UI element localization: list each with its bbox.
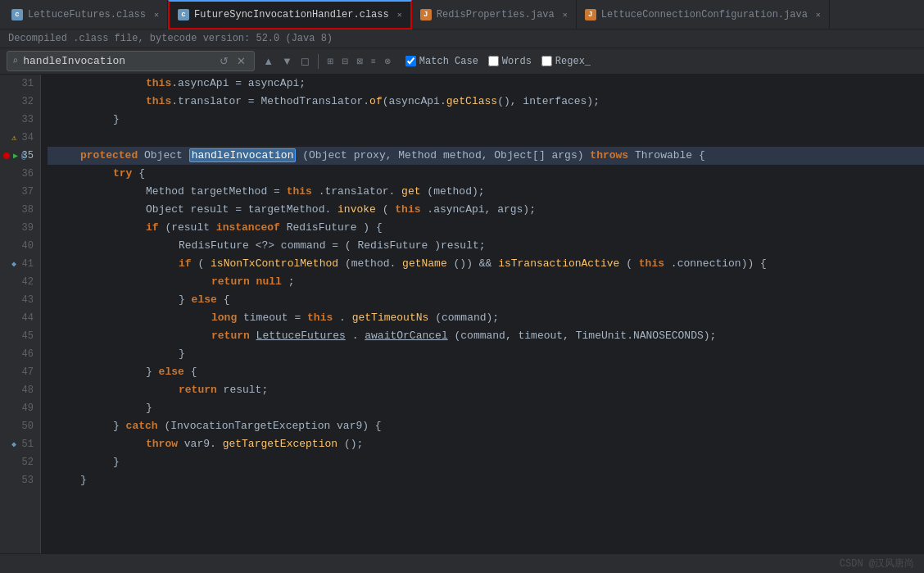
nav-filter4[interactable]: ≡: [368, 55, 379, 67]
nav-filter1[interactable]: ⊞: [324, 55, 337, 67]
code-line-47: } else {: [48, 363, 924, 381]
regex-option[interactable]: Regex_: [541, 56, 591, 67]
breakpoint-35: [3, 152, 10, 159]
gutter-50: 50: [0, 417, 40, 435]
search-bar: ⌕ ↺ ✕ ▲ ▼ ◻ ⊞ ⊟ ⊠ ≡ ⊗ Match Case Words R…: [0, 48, 924, 75]
code-line-43: } else {: [48, 291, 924, 309]
gutter-51: ◆ 51: [0, 435, 40, 453]
search-divider1: [318, 54, 319, 69]
tab-redisproperties-label: RedisProperties.java: [437, 9, 555, 20]
tab-futuresyncinvocationhandler-close[interactable]: ✕: [397, 10, 402, 20]
code-line-35: protected Object handleInvocation (Objec…: [48, 147, 924, 165]
tab-redisproperties-close[interactable]: ✕: [563, 10, 568, 20]
code-line-40: RedisFuture <?> command = ( RedisFuture …: [48, 237, 924, 255]
code-line-46: }: [48, 345, 924, 363]
code-line-38: Object result = targetMethod. invoke ( t…: [48, 201, 924, 219]
tab-lettuceconnection-close[interactable]: ✕: [816, 10, 821, 20]
search-actions: ↺ ✕: [216, 53, 249, 69]
nav-filter2[interactable]: ⊟: [338, 55, 351, 67]
code-line-48: return result;: [48, 381, 924, 399]
gutter-44: 44: [0, 309, 40, 327]
tab-class-icon2: c: [178, 9, 189, 20]
tab-lettuceconnection[interactable]: J LettuceConnectionConfiguration.java ✕: [577, 0, 830, 30]
code-content[interactable]: this.asyncApi = asyncApi; this.translato…: [41, 75, 924, 554]
words-checkbox[interactable]: [488, 56, 499, 66]
gutter-52: 52: [0, 453, 40, 471]
code-line-42: return null ;: [48, 273, 924, 291]
bookmark-icon-35: @: [21, 152, 26, 161]
code-line-51: throw var9. getTargetException ();: [48, 435, 924, 453]
status-bar: CSDN @汉风唐尚: [0, 553, 924, 573]
code-area: 31 32 33 ⚠ 34 ▶ @ 35 36 37 38 39 40 ◆ 41…: [0, 75, 924, 554]
code-line-44: long timeout = this . getTimeoutNs (comm…: [48, 309, 924, 327]
gutter-35: ▶ @ 35: [0, 147, 40, 165]
search-match-35: handleInvocation: [189, 148, 297, 162]
nav-buttons: ▲ ▼ ◻ ⊞ ⊟ ⊠ ≡ ⊗: [260, 53, 394, 69]
gutter-31: 31: [0, 75, 40, 93]
code-line-41: if ( isNonTxControlMethod (method. getNa…: [48, 255, 924, 273]
tab-lettuceconnection-label: LettuceConnectionConfiguration.java: [601, 9, 808, 20]
tab-class-icon: c: [11, 9, 23, 20]
tab-futuresyncinvocationhandler-label: FutureSyncInvocationHandler.class: [194, 9, 389, 20]
gutter-46: 46: [0, 345, 40, 363]
code-line-50: } catch (InvocationTargetException var9)…: [48, 417, 924, 435]
code-line-37: Method targetMethod = this .translator. …: [48, 183, 924, 201]
warning-icon: ⚠: [11, 133, 16, 143]
code-line-31: this.asyncApi = asyncApi;: [48, 75, 924, 93]
gutter-49: 49: [0, 399, 40, 417]
search-input-wrap: ⌕ ↺ ✕: [7, 51, 255, 71]
match-case-checkbox[interactable]: [405, 56, 416, 66]
words-option[interactable]: Words: [488, 56, 532, 67]
gutter-42: 42: [0, 273, 40, 291]
code-line-39: if (result instanceof RedisFuture ) {: [48, 219, 924, 237]
search-icon: ⌕: [12, 55, 18, 67]
tab-lettucefutures-close[interactable]: ✕: [154, 10, 159, 20]
info-bar: Decompiled .class file, bytecode version…: [0, 30, 924, 48]
tab-java-icon: J: [420, 9, 432, 20]
nav-next-button[interactable]: ▼: [279, 53, 296, 69]
search-input[interactable]: [23, 55, 211, 67]
gutter-40: 40: [0, 237, 40, 255]
bookmark-icon-41: ◆: [11, 259, 16, 269]
gutter-33: 33: [0, 111, 40, 129]
nav-all-button[interactable]: ◻: [297, 53, 313, 69]
gutter-47: 47: [0, 363, 40, 381]
code-line-34: [48, 129, 924, 147]
code-line-32: this.translator = MethodTranslator.of(as…: [48, 93, 924, 111]
search-refresh-button[interactable]: ↺: [216, 53, 232, 69]
gutter-37: 37: [0, 183, 40, 201]
gutter-53: 53: [0, 471, 40, 489]
line-gutter: 31 32 33 ⚠ 34 ▶ @ 35 36 37 38 39 40 ◆ 41…: [0, 75, 41, 554]
search-close-button[interactable]: ✕: [233, 53, 249, 69]
bookmark-icon-51: ◆: [11, 439, 16, 449]
code-line-36: try {: [48, 165, 924, 183]
code-line-33: }: [48, 111, 924, 129]
code-line-49: }: [48, 399, 924, 417]
gutter-43: 43: [0, 291, 40, 309]
search-options: Match Case Words Regex_: [405, 56, 591, 67]
nav-prev-button[interactable]: ▲: [260, 53, 277, 69]
tab-lettucefutures[interactable]: c LettuceFutures.class ✕: [3, 0, 168, 30]
nav-filter5[interactable]: ⊗: [381, 55, 394, 67]
regex-checkbox[interactable]: [541, 56, 552, 66]
code-line-52: }: [48, 453, 924, 471]
regex-label: Regex_: [555, 56, 591, 67]
info-bar-text: Decompiled .class file, bytecode version…: [8, 33, 333, 44]
tab-lettucefutures-label: LettuceFutures.class: [28, 9, 146, 20]
match-case-option[interactable]: Match Case: [405, 56, 478, 67]
run-icon: ▶: [13, 151, 18, 161]
words-label: Words: [502, 56, 532, 67]
code-line-45: return LettuceFutures . awaitOrCancel (c…: [48, 327, 924, 345]
gutter-39: 39: [0, 219, 40, 237]
code-line-53: }: [48, 471, 924, 489]
gutter-41: ◆ 41: [0, 255, 40, 273]
match-case-label: Match Case: [419, 56, 478, 67]
watermark-text: CSDN @汉风唐尚: [840, 557, 914, 571]
gutter-45: 45: [0, 327, 40, 345]
gutter-32: 32: [0, 93, 40, 111]
nav-filter3[interactable]: ⊠: [353, 55, 366, 67]
gutter-48: 48: [0, 381, 40, 399]
tab-redisproperties[interactable]: J RedisProperties.java ✕: [412, 0, 577, 30]
tab-futuresyncinvocationhandler[interactable]: c FutureSyncInvocationHandler.class ✕: [168, 0, 412, 30]
tab-bar: c LettuceFutures.class ✕ c FutureSyncInv…: [0, 0, 924, 30]
